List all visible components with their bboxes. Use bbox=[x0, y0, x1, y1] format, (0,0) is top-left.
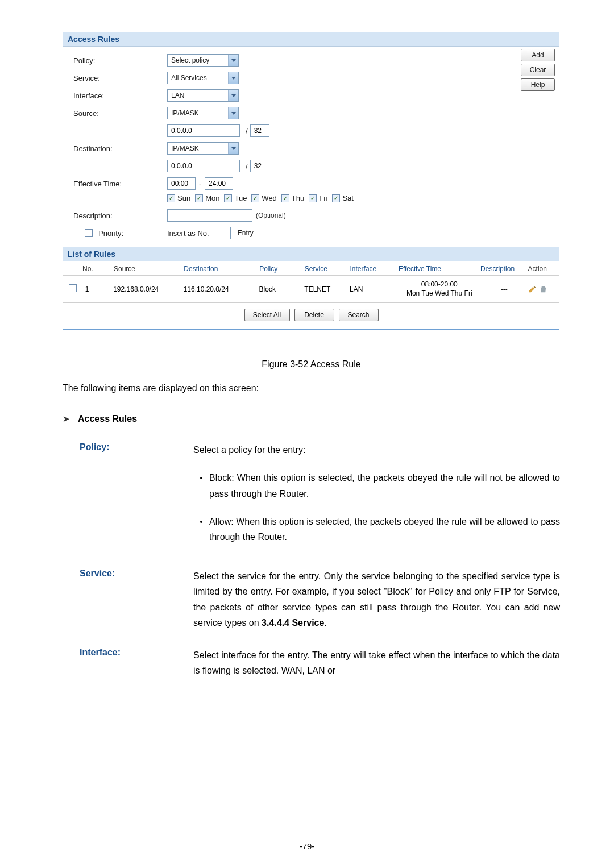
table-header: No. Source Destination Policy Service In… bbox=[63, 261, 559, 275]
delete-button[interactable]: Delete bbox=[294, 309, 334, 321]
description-label: Description: bbox=[73, 211, 167, 220]
source-mask-input[interactable] bbox=[250, 124, 269, 137]
def-policy-term: Policy: bbox=[80, 442, 193, 557]
destination-label: Destination: bbox=[73, 144, 167, 153]
section-title-access-rules: Access Rules bbox=[63, 32, 559, 47]
effective-time-label: Effective Time: bbox=[73, 180, 167, 188]
add-button[interactable]: Add bbox=[521, 49, 555, 61]
chevron-down-icon bbox=[228, 90, 238, 101]
time-to-input[interactable] bbox=[205, 177, 233, 190]
def-service-desc: Select the service for the entry. Only t… bbox=[193, 568, 560, 630]
checkbox-fri[interactable]: ✓ bbox=[309, 194, 317, 202]
priority-checkbox[interactable] bbox=[85, 229, 93, 237]
dash: - bbox=[196, 180, 205, 188]
source-ip-input[interactable] bbox=[167, 124, 240, 137]
destination-ip-input[interactable] bbox=[167, 160, 240, 172]
select-all-button[interactable]: Select All bbox=[244, 309, 290, 321]
source-label: Source: bbox=[73, 109, 167, 118]
def-service-term: Service: bbox=[80, 568, 193, 630]
chevron-down-icon bbox=[228, 55, 238, 66]
chevron-down-icon bbox=[228, 143, 238, 154]
def-interface-term: Interface: bbox=[80, 647, 193, 678]
checkbox-tue[interactable]: ✓ bbox=[224, 194, 232, 202]
edit-icon[interactable] bbox=[528, 285, 537, 293]
access-rules-panel: Access Rules Add Clear Help Policy: Sele… bbox=[63, 31, 560, 331]
search-button[interactable]: Search bbox=[339, 309, 379, 321]
def-policy-desc: Select a policy for the entry: bbox=[193, 442, 560, 458]
optional-hint: (Optional) bbox=[256, 211, 286, 219]
policy-select[interactable]: Select policy bbox=[167, 54, 239, 67]
priority-number-input[interactable] bbox=[213, 227, 231, 239]
time-from-input[interactable] bbox=[167, 177, 196, 190]
checkbox-mon[interactable]: ✓ bbox=[195, 194, 203, 202]
policy-label: Policy: bbox=[73, 56, 167, 65]
service-label: Service: bbox=[73, 74, 167, 82]
interface-label: Interface: bbox=[73, 92, 167, 100]
slash: / bbox=[240, 162, 250, 171]
def-interface-desc: Select interface for the entry. The entr… bbox=[193, 647, 560, 678]
bullet-icon: • bbox=[193, 514, 209, 545]
section-title-list: List of Rules bbox=[63, 247, 559, 261]
chevron-down-icon bbox=[228, 107, 238, 119]
clear-button[interactable]: Clear bbox=[521, 64, 555, 76]
interface-select[interactable]: LAN bbox=[167, 89, 239, 102]
checkbox-thu[interactable]: ✓ bbox=[281, 194, 289, 202]
priority-label: Priority: bbox=[93, 229, 167, 238]
days-row: ✓Sun ✓Mon ✓Tue ✓Wed ✓Thu ✓Fri ✓Sat bbox=[167, 194, 555, 202]
def-policy-bullet-block: Block: When this option is selected, the… bbox=[209, 470, 560, 501]
slash: / bbox=[240, 127, 250, 135]
priority-suffix: Entry bbox=[238, 229, 254, 237]
priority-prefix: Insert as No. bbox=[167, 229, 209, 238]
destination-mode-select[interactable]: IP/MASK bbox=[167, 142, 239, 155]
side-button-group: Add Clear Help bbox=[521, 49, 555, 91]
delete-icon[interactable] bbox=[539, 285, 547, 293]
source-mode-select[interactable]: IP/MASK bbox=[167, 107, 239, 119]
row-checkbox[interactable] bbox=[69, 284, 77, 292]
arrow-bullet-icon: ➤ bbox=[63, 414, 70, 424]
chevron-down-icon bbox=[228, 72, 238, 84]
subhead-access-rules: Access Rules bbox=[78, 414, 137, 424]
def-policy-bullet-allow: Allow: When this option is selected, the… bbox=[209, 514, 560, 545]
description-input[interactable] bbox=[167, 209, 252, 222]
checkbox-sat[interactable]: ✓ bbox=[332, 194, 340, 202]
figure-caption: Figure 3-52 Access Rule bbox=[63, 359, 560, 369]
destination-mask-input[interactable] bbox=[250, 160, 269, 172]
intro-text: The following items are displayed on thi… bbox=[63, 383, 560, 393]
checkbox-sun[interactable]: ✓ bbox=[167, 194, 175, 202]
table-row: 1 192.168.0.0/24 116.10.20.0/24 Block TE… bbox=[63, 275, 559, 302]
service-select[interactable]: All Services bbox=[167, 72, 239, 84]
page-number: -79- bbox=[0, 841, 614, 851]
help-button[interactable]: Help bbox=[521, 78, 555, 91]
checkbox-wed[interactable]: ✓ bbox=[251, 194, 259, 202]
bullet-icon: • bbox=[193, 470, 209, 501]
